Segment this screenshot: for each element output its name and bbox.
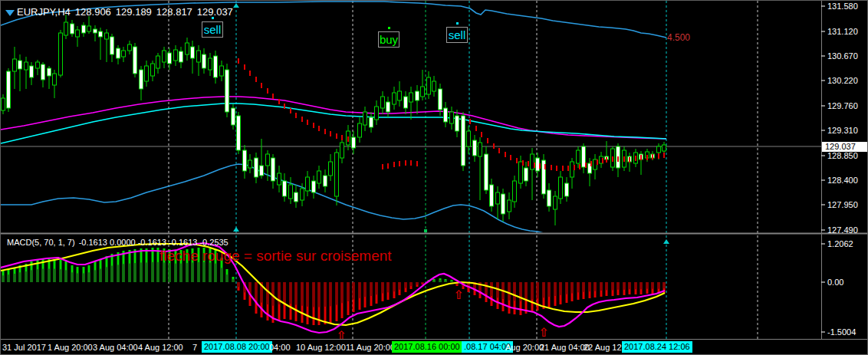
sell-label-1-anchor-icon: [212, 17, 214, 19]
time-tick-label: 10 Aug 12:00: [296, 343, 346, 352]
candle-body-bear: [455, 116, 459, 131]
candle-body-bear: [82, 25, 86, 33]
candle-body-bull: [381, 97, 385, 108]
candle-body-bull: [145, 66, 149, 81]
candle-body-bear: [271, 158, 275, 181]
trail-dot: [629, 157, 630, 163]
time-tick-label: 31 Jul 2017: [2, 343, 46, 352]
trail-dot: [347, 136, 349, 142]
candle-body-bear: [110, 37, 114, 54]
candle-body-bull: [13, 59, 17, 71]
trail-dot: [602, 158, 603, 163]
price-tick-label: 128.400: [827, 176, 858, 185]
candle-body-bear: [255, 158, 258, 177]
price-tick-label: 130.220: [827, 76, 858, 85]
trail-dot: [623, 156, 625, 162]
trail-dot: [663, 153, 665, 158]
candle-body-bear: [485, 154, 488, 190]
macd-values: -0.1613 0.0000 -0.1613 -0.1613 -0.2535: [79, 238, 229, 247]
trail-dot: [301, 117, 303, 122]
trail-dot: [498, 148, 500, 153]
candle-body-bear: [133, 47, 137, 74]
candle-body-bear: [565, 183, 569, 196]
candle-body-bear: [30, 66, 34, 77]
vline-arrow-icon: [663, 239, 669, 244]
buy-label[interactable]: buy: [378, 31, 399, 48]
candle-body-bull: [59, 33, 63, 75]
candle-body-bear: [324, 176, 327, 186]
candle-body-bull: [174, 50, 178, 61]
candle-body-bull: [508, 200, 511, 212]
trail-dot: [284, 104, 285, 109]
candle-body-bear: [547, 190, 551, 206]
trail-dot: [597, 159, 598, 165]
candle-body-bear: [294, 192, 298, 202]
candle-body-bear: [462, 116, 465, 166]
macd-name: MACD(5, 70, 1, 7): [7, 238, 75, 247]
candle-body-bull: [375, 107, 379, 120]
trail-dot: [510, 155, 511, 160]
candle-body-bull: [25, 62, 28, 70]
trail-dot: [487, 138, 488, 143]
trail-dot: [574, 165, 575, 170]
candle-body-bull: [421, 87, 425, 97]
trail-dot: [640, 155, 642, 160]
candle-body-bull: [122, 51, 126, 57]
trail-dot: [393, 162, 395, 167]
symbol-title: EURJPY,H4128.906129.189128.817129.037: [17, 6, 238, 18]
price-pane: [1, 2, 666, 234]
trail-dot: [606, 157, 607, 163]
candle-body-bull: [467, 131, 471, 146]
price-tick-label: 127.950: [827, 200, 858, 209]
candle-body-bear: [352, 137, 356, 148]
candle-body-bear: [416, 91, 419, 100]
candle-body-bull: [53, 74, 57, 85]
trail-dot: [528, 161, 529, 166]
macd-tick-label: 1.2062: [827, 239, 853, 248]
chart-window: ⇧⇧⇧ EURJPY,H4128.906129.189128.817129.03…: [0, 0, 868, 355]
current-price-tag: 129.037: [822, 142, 868, 152]
candle-body-bull: [340, 143, 344, 158]
candle-body-bull: [301, 189, 304, 200]
trail-dot: [290, 108, 291, 113]
candle-body-bull: [427, 77, 431, 94]
trail-dot: [313, 123, 314, 128]
price-tick-label: 128.850: [827, 151, 858, 160]
candle-body-bull: [289, 185, 293, 199]
candle-body-bear: [501, 194, 505, 214]
trail-dot: [341, 135, 343, 140]
candle-body-bull: [87, 26, 91, 31]
price-tick-label: 131.580: [827, 2, 858, 11]
candle-body-bull: [531, 154, 534, 169]
trail-dot: [544, 164, 546, 169]
candle-body-bull: [317, 171, 321, 183]
trail-dot: [272, 94, 274, 99]
candle-body-bull: [663, 145, 666, 151]
candle-body-bull: [105, 33, 109, 39]
time-tick-label: 21 Aug 04:00: [540, 343, 590, 352]
trail-dot: [652, 154, 653, 159]
trail-dot: [475, 126, 477, 131]
candle-body-bear: [225, 70, 229, 112]
candle-body-bull: [278, 173, 281, 185]
sell-label-1[interactable]: sell: [202, 21, 223, 38]
candle-body-bear: [140, 70, 143, 89]
time-tick-label: 04:00: [269, 343, 291, 352]
ohlc-open: 128.906: [75, 6, 111, 18]
candle-body-bear: [94, 29, 97, 33]
annotation-text: fleche rouge = sortie sur croisement: [159, 248, 392, 265]
ohlc-low: 128.817: [156, 6, 192, 18]
candle-body-bull: [398, 91, 402, 100]
trail-dot: [516, 158, 518, 163]
exit-cross-arrow-icon: ⇧: [453, 288, 463, 302]
trail-dot: [556, 166, 557, 171]
price-tick-label: 127.490: [827, 225, 858, 235]
chart-canvas[interactable]: ⇧⇧⇧: [1, 1, 868, 355]
time-tick-label: 2017.08.16 00:00: [392, 341, 462, 353]
sell-label-2[interactable]: sell: [446, 27, 468, 43]
candle-body-bull: [478, 143, 482, 156]
trail-dot: [324, 129, 326, 134]
price-tick-label: 131.120: [827, 27, 858, 36]
candle-body-bull: [329, 162, 333, 176]
candle-body-bull: [657, 146, 661, 153]
